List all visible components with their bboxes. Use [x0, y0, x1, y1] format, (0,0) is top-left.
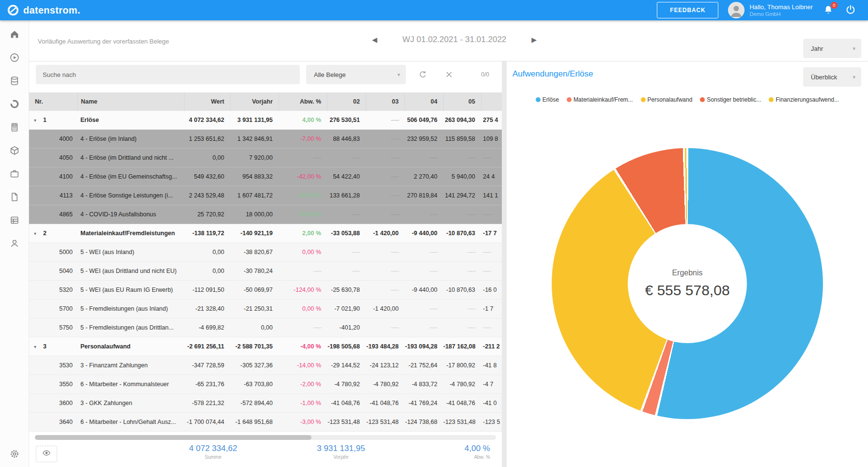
cell-month: -187 162,08: [443, 337, 481, 356]
table-row-3[interactable]: ▾3Personalaufwand-2 691 256,11-2 588 701…: [29, 337, 502, 356]
sidebar-item-table[interactable]: [9, 215, 20, 226]
period-type-select[interactable]: Jahr ▾: [803, 39, 861, 58]
table-row-5320[interactable]: 53205 - WEI (aus EU Raum IG Erwerb)-112 …: [29, 281, 502, 300]
row-expand-caret[interactable]: ▾: [34, 344, 36, 349]
table-row-3600[interactable]: 36003 - GKK Zahlungen-578 221,32-572 894…: [29, 394, 502, 413]
row-expand-caret[interactable]: ▾: [34, 118, 36, 123]
table-toolbar: Alle Belege ▾ 0/0: [29, 61, 502, 84]
sidebar-item-document[interactable]: [9, 192, 20, 202]
table-row-3640[interactable]: 36406 - Mitarbeiter - Lohn/Gehalt Ausz..…: [29, 413, 502, 432]
legend-dot-icon: [641, 97, 646, 102]
result-label: Ergebnis: [672, 269, 702, 277]
cell-month: -401,20: [327, 318, 366, 337]
table-row-1[interactable]: ▾1Erlöse4 072 334,623 931 131,954,00 %27…: [29, 111, 502, 130]
legend-item[interactable]: Erlöse: [536, 96, 559, 103]
document-filter-select[interactable]: Alle Belege ▾: [306, 65, 406, 84]
feedback-button[interactable]: FEEDBACK: [657, 2, 718, 18]
cell-nr: 3640: [29, 413, 78, 431]
table-row-5000[interactable]: 50005 - WEI (aus Inland)0,00-38 820,670,…: [29, 243, 502, 262]
cell-name: 5 - WEI (aus Inland): [78, 243, 184, 261]
legend-item[interactable]: Sonstiger betrieblic...: [700, 96, 761, 103]
legend-dot-icon: [700, 97, 705, 102]
subheader: Vorläufige Auswertung der vorerfassten B…: [29, 20, 868, 61]
visibility-toggle-button[interactable]: [36, 446, 57, 462]
cell-nr: 5040: [29, 262, 78, 280]
sidebar-item-home[interactable]: [9, 29, 20, 40]
footer-prev-value: 3 931 131,95: [288, 444, 394, 453]
footer-prev-label: Vorjahr: [288, 454, 394, 460]
user-menu[interactable]: Hallo, Thomas Loibner Demo GmbH: [728, 2, 813, 18]
table-row-5750[interactable]: 57505 - Fremdleistungen (aus Drittlan...…: [29, 318, 502, 337]
cell-nr: 5320: [29, 281, 78, 299]
table-row-4050[interactable]: 40504 - Erlöse (im Drittland und nicht .…: [29, 149, 502, 167]
close-icon[interactable]: [445, 70, 453, 79]
cell-month: ——: [404, 205, 443, 224]
logout-button[interactable]: [845, 4, 857, 16]
sidebar-item-package[interactable]: [9, 145, 20, 156]
cell-month-clipped: -41 0: [481, 394, 502, 412]
sidebar-item-calculator[interactable]: [9, 122, 20, 133]
cell-month: 270 819,84: [404, 186, 443, 205]
table-row-5700[interactable]: 57005 - Fremdleistungen (aus Inland)-21 …: [29, 300, 502, 318]
sidebar-item-donut-chart[interactable]: [9, 99, 20, 109]
sidebar-item-user[interactable]: [9, 238, 20, 249]
table-row-5040[interactable]: 50405 - WEI (aus Drittland und nicht EU)…: [29, 262, 502, 281]
previous-period-button[interactable]: ◀: [368, 34, 381, 45]
sidebar-item-briefcase[interactable]: [9, 168, 20, 179]
table-row-3550[interactable]: 35506 - Mitarbeiter - Kommunalsteuer-65 …: [29, 375, 502, 394]
cell-month: 5 940,00: [443, 167, 481, 186]
notification-badge: 0: [831, 2, 837, 9]
sidebar-item-settings[interactable]: [9, 449, 20, 459]
cell-month: -4 780,92: [443, 375, 481, 393]
table-row-2[interactable]: ▾2Materialeinkauf/Fremdleistungen-138 11…: [29, 224, 502, 243]
column-header: Abw. %: [279, 92, 327, 111]
cell-abw: -124,00 %: [279, 281, 327, 299]
avatar[interactable]: [728, 2, 744, 18]
sidebar-item-play-circle[interactable]: [9, 52, 20, 63]
cell-month: -9 440,00: [404, 281, 443, 299]
next-period-button[interactable]: ▶: [527, 34, 541, 45]
notifications-button[interactable]: 0: [822, 4, 835, 16]
cell-month: -1 420,00: [366, 300, 404, 318]
result-value: € 555 578,08: [645, 282, 729, 299]
legend-item[interactable]: Materialeinkauf/Frem...: [567, 96, 633, 103]
column-header: 05: [443, 92, 481, 111]
cell-month-clipped: ——: [481, 318, 502, 337]
legend-item[interactable]: Finanzierungsaufwend...: [769, 96, 839, 103]
cell-month: ——: [443, 243, 481, 261]
search-input[interactable]: [36, 65, 300, 84]
cell-month: -123 531,48: [366, 413, 404, 431]
table-row-4100[interactable]: 41004 - Erlöse (im EU Gemeinschaftsg...5…: [29, 167, 502, 186]
legend-label: Personalaufwand: [648, 96, 693, 103]
cell-month: -193 094,28: [404, 337, 443, 356]
sidebar-item-database[interactable]: [9, 75, 20, 86]
cell-vorjahr: -1 648 951,68: [230, 413, 279, 431]
cell-month: -123 531,48: [327, 413, 366, 431]
legend-item[interactable]: Personalaufwand: [641, 96, 693, 103]
cell-nr: 4050: [29, 149, 78, 167]
column-header: 02: [327, 92, 366, 111]
donut-chart[interactable]: Ergebnis € 555 578,08: [552, 148, 823, 419]
cell-month: -123 531,48: [443, 413, 481, 431]
column-header: 03: [366, 92, 404, 111]
chart-view-select[interactable]: Überblick ▾: [803, 67, 861, 87]
cell-wert: 2 243 529,48: [184, 186, 230, 205]
table-row-4865[interactable]: 48654 - COVID-19 Ausfallsbonus25 720,921…: [29, 205, 502, 224]
cell-vorjahr: -50 069,97: [230, 281, 279, 299]
cell-name: 5 - WEI (aus EU Raum IG Erwerb): [78, 281, 184, 299]
cell-month: 88 446,83: [327, 130, 366, 148]
cell-abw: -14,00 %: [279, 356, 327, 375]
row-expand-caret[interactable]: ▾: [34, 231, 36, 236]
table-row-3530[interactable]: 35303 - Finanzamt Zahlungen-347 728,59-3…: [29, 356, 502, 375]
cell-name: 4 - COVID-19 Ausfallsbonus: [78, 205, 184, 224]
table-row-4000[interactable]: 40004 - Erlöse (im Inland)1 253 651,621 …: [29, 130, 502, 149]
scrollbar-thumb[interactable]: [35, 435, 311, 440]
cell-month: -10 870,63: [443, 281, 481, 299]
cell-name: 4 - Erlöse Sonstige Leistungen (i...: [78, 186, 184, 205]
refresh-icon[interactable]: [418, 70, 427, 79]
cell-abw: -7,00 %: [279, 130, 327, 148]
table-row-4113[interactable]: 41134 - Erlöse Sonstige Leistungen (i...…: [29, 186, 502, 205]
cell-month: 54 422,40: [327, 167, 366, 186]
chevron-down-icon: ▾: [852, 45, 855, 52]
cell-nr: ▾1: [29, 111, 78, 129]
